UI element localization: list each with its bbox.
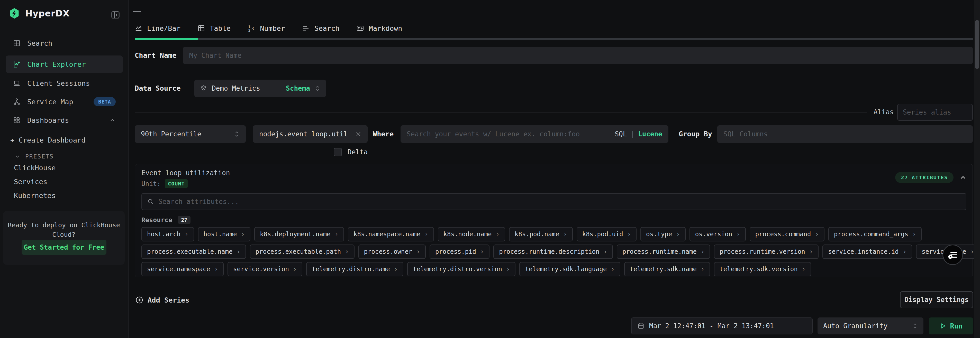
tab-search[interactable]: Search — [302, 21, 340, 36]
granularity-select[interactable]: Auto Granularity — [818, 317, 923, 335]
attribute-chip[interactable]: telemetry.sdk.version› — [714, 262, 811, 276]
chart-explorer-icon — [13, 60, 21, 68]
query-language-toggle: SQL | Lucene — [615, 130, 668, 138]
chevron-right-icon: › — [701, 265, 705, 273]
chevron-right-icon: › — [970, 248, 974, 255]
metric-tag[interactable]: nodejs.event_loop.util — [253, 125, 368, 143]
chevron-right-icon: › — [480, 248, 484, 255]
sidebar-item-label: Dashboards — [27, 116, 69, 124]
sidebar-item-dashboards[interactable]: Dashboards — [6, 111, 123, 129]
sql-toggle[interactable]: SQL — [615, 130, 627, 138]
tab-line-bar[interactable]: Line/Bar — [135, 21, 180, 36]
attribute-search-field[interactable] — [142, 193, 966, 210]
attribute-chip[interactable]: host.arch› — [142, 227, 194, 241]
attribute-chip-row: service.namespace› service.version› tele… — [142, 262, 966, 276]
chevron-right-icon: › — [345, 248, 348, 255]
sidebar-item-search[interactable]: Search — [6, 35, 123, 52]
where-search-input[interactable] — [407, 130, 615, 138]
attribute-search-input[interactable] — [158, 198, 961, 205]
tab-table[interactable]: Table — [197, 21, 231, 36]
remove-metric-icon[interactable] — [355, 131, 361, 137]
data-source-select[interactable]: Demo Metrics Schema — [194, 79, 326, 97]
attribute-chip[interactable]: k8s.namespace.name› — [348, 227, 434, 241]
unit-label: Unit: — [142, 180, 161, 187]
attribute-chip[interactable]: telemetry.distro.name› — [306, 262, 403, 276]
attribute-chip[interactable]: process.command› — [750, 227, 824, 241]
sidebar-item-chart-explorer[interactable]: Chart Explorer — [6, 56, 123, 73]
collapse-attributes-icon[interactable] — [959, 174, 967, 181]
lucene-toggle[interactable]: Lucene — [638, 130, 662, 138]
attribute-chip[interactable]: service.version› — [228, 262, 302, 276]
attribute-chip[interactable]: telemetry.distro.version› — [407, 262, 515, 276]
layers-icon — [200, 85, 207, 92]
chevron-right-icon: › — [809, 248, 813, 255]
group-by-field[interactable] — [717, 125, 973, 143]
attribute-chip[interactable]: k8s.pod.name› — [509, 227, 573, 241]
sidebar-item-service-map[interactable]: Service Map BETA — [6, 93, 123, 110]
sidebar-item-label: Service Map — [27, 98, 73, 106]
tab-markdown[interactable]: Markdown — [356, 21, 402, 36]
where-search-field[interactable]: SQL | Lucene — [401, 125, 668, 143]
create-dashboard-link[interactable]: + Create Dashboard — [10, 136, 86, 144]
granularity-value: Auto Granularity — [823, 322, 888, 330]
attribute-chip[interactable]: process.pid› — [430, 244, 490, 259]
attribute-chip[interactable]: service.instance.id› — [822, 244, 912, 259]
chevron-right-icon: › — [912, 231, 916, 238]
attribute-chip[interactable]: service.namespace› — [142, 262, 224, 276]
attribute-chip[interactable]: k8s.node.name› — [438, 227, 505, 241]
display-settings-button[interactable]: Display Settings — [900, 291, 973, 308]
get-started-button[interactable]: Get Started for Free — [22, 240, 107, 255]
delta-checkbox[interactable] — [334, 148, 342, 156]
attribute-chip[interactable]: k8s.pod.uid› — [577, 227, 636, 241]
main-content: Line/Bar Table 123 Number Search Markdow… — [129, 0, 980, 338]
attribute-chip[interactable]: process.executable.name› — [142, 244, 246, 259]
attribute-chip[interactable]: process.runtime.version› — [714, 244, 819, 259]
run-button[interactable]: Run — [929, 317, 973, 335]
attribute-chip[interactable]: process.owner› — [358, 244, 426, 259]
attribute-chip[interactable]: process.runtime.name› — [617, 244, 710, 259]
chart-name-field[interactable] — [183, 47, 973, 64]
chevron-right-icon: › — [293, 265, 297, 273]
attribute-chip-row: process.executable.name› process.executa… — [142, 244, 966, 259]
beta-badge: BETA — [94, 97, 116, 106]
hierarchy-icon — [13, 98, 21, 106]
chevron-right-icon: › — [802, 265, 805, 273]
collapse-sidebar-icon[interactable] — [110, 10, 121, 20]
schema-link[interactable]: Schema — [286, 84, 310, 92]
feedback-widget-button[interactable] — [942, 244, 963, 265]
chevron-right-icon: › — [903, 248, 907, 255]
preset-clickhouse[interactable]: ClickHouse — [14, 164, 56, 172]
attributes-count-badge: 27 ATTRIBUTES — [895, 172, 953, 183]
chevron-right-icon: › — [237, 248, 240, 255]
attribute-chip[interactable]: os.type› — [640, 227, 686, 241]
tab-number[interactable]: 123 Number — [248, 21, 285, 36]
data-source-label: Data Source — [135, 84, 181, 92]
preset-services[interactable]: Services — [14, 178, 47, 186]
attribute-chip[interactable]: process.executable.path› — [250, 244, 355, 259]
chevron-right-icon: › — [611, 265, 614, 273]
attribute-chip[interactable]: process.runtime.description› — [493, 244, 613, 259]
attribute-chip[interactable]: host.name› — [198, 227, 251, 241]
filter-play-icon — [947, 249, 958, 260]
time-range-picker[interactable]: Mar 2 12:47:01 - Mar 2 13:47:01 — [631, 317, 813, 335]
attribute-chip[interactable]: process.command_args› — [828, 227, 922, 241]
chevron-right-icon: › — [701, 248, 705, 255]
group-by-input[interactable] — [724, 130, 967, 138]
add-series-button[interactable]: Add Series — [135, 294, 189, 306]
scrollbar-thumb[interactable] — [975, 20, 979, 69]
chart-name-input[interactable] — [189, 52, 967, 59]
sidebar-item-client-sessions[interactable]: Client Sessions — [6, 75, 123, 92]
chart-type-tabs: Line/Bar Table 123 Number Search Markdow… — [135, 21, 402, 36]
aggregation-select[interactable]: 90th Percentile — [135, 125, 246, 143]
attribute-chip[interactable]: os.version› — [689, 227, 746, 241]
unit-value-badge: COUNT — [165, 179, 188, 188]
attribute-chip[interactable]: k8s.deployment.name› — [254, 227, 344, 241]
alias-field[interactable] — [897, 104, 973, 121]
alias-input[interactable] — [903, 108, 967, 116]
preset-kubernetes[interactable]: Kubernetes — [14, 192, 56, 200]
attribute-chip[interactable]: telemetry.sdk.language› — [519, 262, 620, 276]
attribute-chip[interactable]: telemetry.sdk.name› — [624, 262, 710, 276]
chevron-right-icon: › — [496, 231, 499, 238]
presets-toggle[interactable]: PRESETS — [14, 153, 54, 160]
time-range-value: Mar 2 12:47:01 - Mar 2 13:47:01 — [649, 322, 774, 330]
